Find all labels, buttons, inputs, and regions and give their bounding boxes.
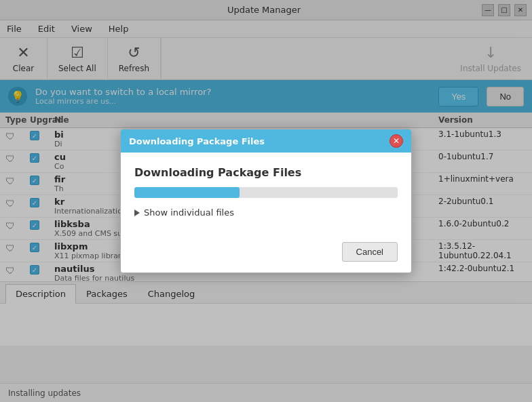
modal-heading: Downloading Package Files: [134, 166, 398, 179]
modal-body: Downloading Package Files Show individua…: [121, 153, 411, 242]
cancel-button[interactable]: Cancel: [342, 242, 398, 262]
modal-close-button[interactable]: ✕: [390, 134, 403, 148]
show-files-toggle[interactable]: Show individual files: [134, 207, 398, 218]
download-dialog: Downloading Package Files ✕ Downloading …: [120, 129, 412, 273]
modal-title: Downloading Package Files: [129, 136, 265, 146]
modal-footer: Cancel: [121, 242, 411, 273]
progress-bar-fill: [134, 187, 240, 198]
modal-overlay: Downloading Package Files ✕ Downloading …: [0, 0, 532, 402]
show-files-label: Show individual files: [144, 207, 234, 218]
modal-titlebar: Downloading Package Files ✕: [121, 129, 411, 153]
triangle-icon: [134, 209, 140, 216]
progress-bar-container: [134, 187, 398, 198]
